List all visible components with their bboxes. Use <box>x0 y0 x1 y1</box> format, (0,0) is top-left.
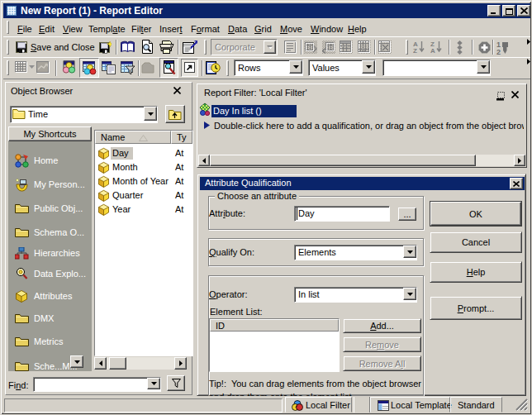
svg-text:Z: Z <box>413 47 417 54</box>
svg-text:A: A <box>430 47 435 54</box>
svg-text:2: 2 <box>496 48 501 55</box>
